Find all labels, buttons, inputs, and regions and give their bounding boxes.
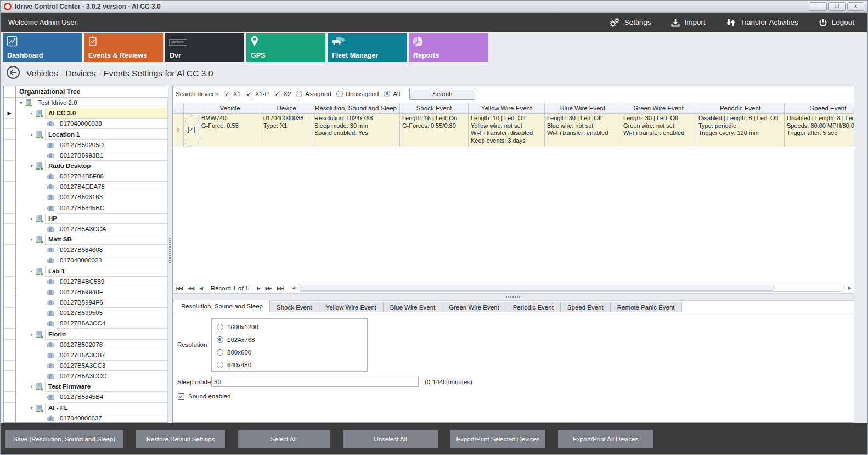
tree-node-00127b5a3cc4[interactable]: 00127B5A3CC4 xyxy=(16,318,168,329)
tree-node-00127b4b5f88[interactable]: 00127B4B5F88 xyxy=(16,171,168,182)
column-header-periodic-event[interactable]: Periodic Event xyxy=(696,103,785,113)
tree-node-017040000038[interactable]: 017040000038 xyxy=(16,119,168,129)
nav-tile-gps[interactable]: GPS xyxy=(246,33,325,62)
scrollbar-thumb[interactable] xyxy=(300,285,775,291)
radio-icon[interactable] xyxy=(217,324,223,330)
sleep-mode-input[interactable]: 30 xyxy=(211,377,419,387)
resolution-option-1024x768[interactable]: 1024x768 xyxy=(212,333,367,346)
minimize-button[interactable]: _ xyxy=(810,2,827,11)
tree-node-00127b599505[interactable]: 00127B599505 xyxy=(16,308,168,318)
expand-caret-icon[interactable]: ▾ xyxy=(29,384,35,389)
tree-node-lab-1[interactable]: ▾Lab 1 xyxy=(16,266,168,277)
unselect-all-button[interactable]: Unselect All xyxy=(343,430,438,448)
tree-node-00127b5845b4[interactable]: 00127B5845B4 xyxy=(16,392,168,402)
expand-caret-icon[interactable]: ▾ xyxy=(18,100,24,105)
tree-node-017040000023[interactable]: 017040000023 xyxy=(16,255,168,266)
tree-node-00127b5a3cb7[interactable]: 00127B5A3CB7 xyxy=(16,350,168,361)
resolution-option-640x480[interactable]: 640x480 xyxy=(212,358,367,371)
tree-node-matt-sb[interactable]: ▾Matt SB xyxy=(16,234,168,245)
sound-enabled-option[interactable]: ✓ Sound enabled xyxy=(178,393,230,400)
tree-node-test-idrive-2-0[interactable]: ▾Test Idrive 2.0 xyxy=(16,98,168,108)
grid-horizontal-scrollbar[interactable]: ◀ ▶ xyxy=(290,282,854,294)
tree-node-00127b584608[interactable]: 00127B584608 xyxy=(16,245,168,255)
tree-node-00127b5a3cc3[interactable]: 00127B5A3CC3 xyxy=(16,361,168,371)
radio-icon[interactable] xyxy=(296,91,302,97)
tree-node-00127b59940f[interactable]: 00127B59940F xyxy=(16,287,168,297)
filter-checkbox-x1[interactable]: ✓X1 xyxy=(224,91,241,97)
vertical-splitter[interactable] xyxy=(169,238,171,263)
search-button[interactable]: Search xyxy=(409,88,475,100)
radio-icon[interactable] xyxy=(217,362,223,368)
filter-radio-unassigned[interactable]: Unassigned xyxy=(336,91,379,97)
nav-tile-events-reviews[interactable]: Events & Reviews xyxy=(84,33,163,62)
checkbox-icon[interactable]: ✓ xyxy=(224,91,230,97)
close-button[interactable]: x xyxy=(847,2,864,11)
tree-node-al-fl[interactable]: ▾Al - FL xyxy=(16,403,168,413)
scrollbar-track[interactable] xyxy=(297,284,845,292)
radio-icon[interactable] xyxy=(384,91,390,97)
export-print-all-devices-button[interactable]: Export/Print All Devices xyxy=(558,430,653,448)
nav-next-button[interactable]: ▶ xyxy=(254,285,263,291)
tab-periodic-event[interactable]: Periodic Event xyxy=(506,302,561,312)
tab-green-wire-event[interactable]: Green Wire Event xyxy=(442,302,506,312)
expand-caret-icon[interactable]: ▾ xyxy=(29,111,35,116)
tab-speed-event[interactable]: Speed Event xyxy=(560,302,611,312)
horizontal-splitter[interactable] xyxy=(173,293,854,301)
column-header-blue-wire-event[interactable]: Blue Wire Event xyxy=(545,103,621,113)
nav-tile-dashboard[interactable]: Dashboard xyxy=(3,33,82,62)
tree-node-florin[interactable]: ▾Florin xyxy=(16,329,168,339)
scroll-right-icon[interactable]: ▶ xyxy=(846,285,854,290)
tree-node-00127b5a3cca[interactable]: 00127B5A3CCA xyxy=(16,224,168,234)
nav-tile-dvr[interactable]: MERGEDvr xyxy=(165,33,244,62)
radio-icon[interactable] xyxy=(217,336,223,343)
tree-node-00127b5845bc[interactable]: 00127B5845BC xyxy=(16,203,168,214)
nav-next-page-button[interactable]: ▶▶ xyxy=(263,285,274,291)
menu-logout-button[interactable]: Logout xyxy=(818,18,854,27)
resolution-option-1600x1200[interactable]: 1600x1200 xyxy=(212,321,367,333)
expand-caret-icon[interactable]: ▾ xyxy=(29,216,35,221)
tab-blue-wire-event[interactable]: Blue Wire Event xyxy=(383,302,442,312)
nav-tile-reports[interactable]: Reports xyxy=(409,33,488,62)
column-header-resolution-sound-and-sleep[interactable]: Resolution, Sound and Sleep xyxy=(312,103,400,113)
column-header-yellow-wire-event[interactable]: Yellow Wire Event xyxy=(469,103,545,113)
tree-node-00127b503163[interactable]: 00127B503163 xyxy=(16,192,168,203)
tree-node-location-1[interactable]: ▾Location 1 xyxy=(16,129,168,139)
sound-enabled-checkbox[interactable]: ✓ xyxy=(178,393,184,400)
restore-default-settings-button[interactable]: Restore Default Settings xyxy=(136,430,225,448)
tree-node-test-firmware[interactable]: ▾Test Firmware xyxy=(16,381,168,392)
column-header-vehicle[interactable]: Vehicle xyxy=(199,103,261,113)
radio-icon[interactable] xyxy=(336,91,343,97)
expand-caret-icon[interactable]: ▾ xyxy=(29,164,35,168)
tree-node-00127b50205d[interactable]: 00127B50205D xyxy=(16,140,168,150)
column-header-shock-event[interactable]: Shock Event xyxy=(400,103,469,113)
resolution-option-800x600[interactable]: 800x600 xyxy=(212,346,367,358)
back-button[interactable] xyxy=(6,65,20,82)
column-header-green-wire-event[interactable]: Green Wire Event xyxy=(621,103,696,113)
checkbox-icon[interactable]: ✓ xyxy=(274,91,280,97)
expand-caret-icon[interactable]: ▾ xyxy=(29,406,35,411)
tree-node-al-cc-3-0[interactable]: ▾Al CC 3.0 xyxy=(16,108,168,119)
tab-resolution-sound-and-sleep[interactable]: Resolution, Sound and Sleep xyxy=(174,300,270,312)
filter-checkbox-x1-p[interactable]: ✓X1-P xyxy=(246,91,269,97)
scroll-left-icon[interactable]: ◀ xyxy=(290,285,297,290)
select-all-button[interactable]: Select All xyxy=(238,430,330,448)
expand-caret-icon[interactable]: ▾ xyxy=(29,332,35,337)
menu-settings-button[interactable]: Settings xyxy=(608,17,651,28)
filter-checkbox-x2[interactable]: ✓X2 xyxy=(274,91,291,97)
filter-radio-all[interactable]: All xyxy=(384,91,400,97)
tab-yellow-wire-event[interactable]: Yellow Wire Event xyxy=(319,302,384,312)
nav-first-button[interactable]: |◀◀ xyxy=(173,285,185,291)
nav-prev-page-button[interactable]: ◀◀ xyxy=(185,285,196,291)
radio-icon[interactable] xyxy=(217,349,223,356)
expand-caret-icon[interactable]: ▾ xyxy=(29,237,35,242)
checkbox-icon[interactable]: ✓ xyxy=(246,91,252,97)
save-resolution-sound-and-sleep-button[interactable]: Save (Resolution, Sound and Sleep) xyxy=(5,430,123,448)
filter-radio-assigned[interactable]: Assigned xyxy=(296,91,331,97)
tab-shock-event[interactable]: Shock Event xyxy=(269,302,319,312)
column-header-device[interactable]: Device xyxy=(261,103,312,113)
nav-last-button[interactable]: ▶▶| xyxy=(274,285,286,291)
menu-import-button[interactable]: Import xyxy=(670,18,705,27)
export-print-selected-devices-button[interactable]: Export/Print Selected Devices xyxy=(450,430,545,448)
maximize-button[interactable]: ❐ xyxy=(828,2,846,11)
grid-data-row[interactable]: I✓BMW740iG-Force: 0.55017040000038Type: … xyxy=(173,114,854,147)
